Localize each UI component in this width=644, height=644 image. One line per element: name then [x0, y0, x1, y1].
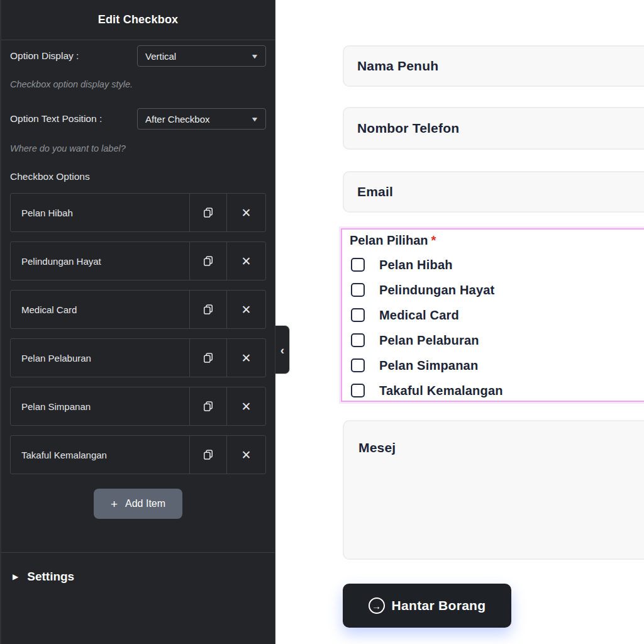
duplicate-icon — [202, 352, 214, 364]
delete-option-button[interactable]: ✕ — [226, 339, 265, 377]
panel-body: Option Display : Vertical ▼ Checkbox opt… — [1, 40, 275, 552]
option-row-medical-card: Medical Card ✕ — [10, 290, 266, 329]
option-display-control: Option Display : Vertical ▼ — [10, 45, 266, 67]
field-label: Email — [357, 184, 393, 199]
checkbox-label: Takaful Kemalangan — [379, 384, 503, 398]
close-icon: ✕ — [242, 351, 252, 365]
checkbox-label: Pelan Pelaburan — [379, 333, 479, 348]
option-text-position-value: After Checkbox — [145, 114, 210, 125]
checkbox[interactable] — [351, 333, 365, 347]
checkbox-row: Medical Card — [350, 303, 644, 328]
delete-option-button[interactable]: ✕ — [226, 194, 265, 231]
panel-title: Edit Checkbox — [98, 13, 179, 26]
checkbox-group-label: Pelan Pilihan* — [350, 233, 644, 248]
duplicate-option-button[interactable] — [189, 339, 226, 377]
panel-header: Edit Checkbox — [1, 0, 275, 40]
checkbox[interactable] — [351, 258, 365, 272]
chevron-down-icon: ▼ — [250, 116, 259, 123]
checkbox-row: Pelan Pelaburan — [350, 328, 644, 353]
checkbox-row: Pelan Hibah — [350, 252, 644, 277]
checkbox[interactable] — [351, 384, 365, 397]
checkbox[interactable] — [351, 283, 365, 297]
close-icon: ✕ — [242, 254, 252, 269]
checkbox[interactable] — [351, 308, 365, 322]
option-display-select[interactable]: Vertical ▼ — [137, 45, 266, 67]
option-text-input[interactable]: Pelan Simpanan — [11, 387, 189, 425]
checkbox-label: Pelan Simpanan — [379, 358, 478, 373]
delete-option-button[interactable]: ✕ — [226, 291, 265, 328]
duplicate-icon — [202, 448, 214, 461]
checkbox-group-widget-selected[interactable]: Pelan Pilihan* Pelan Hibah Pelindungan H… — [341, 228, 644, 402]
add-item-button[interactable]: + Add Item — [94, 489, 182, 519]
checkbox-label: Medical Card — [379, 308, 459, 323]
option-text-position-select[interactable]: After Checkbox ▼ — [137, 108, 266, 130]
duplicate-option-button[interactable] — [189, 387, 226, 425]
checkbox-row: Takaful Kemalangan — [350, 378, 644, 403]
close-icon: ✕ — [242, 448, 252, 462]
text-field-nombor-telefon[interactable]: Nombor Telefon — [343, 107, 644, 150]
chevron-right-icon: ▶ — [13, 572, 18, 581]
field-label: Nombor Telefon — [357, 121, 459, 136]
checkbox-row: Pelan Simpanan — [350, 353, 644, 378]
option-text-input[interactable]: Medical Card — [11, 291, 189, 328]
text-field-nama-penuh[interactable]: Nama Penuh — [343, 45, 644, 87]
arrow-right-glyph: → — [372, 601, 381, 611]
chevron-down-icon: ▼ — [250, 53, 259, 60]
duplicate-option-button[interactable] — [189, 194, 226, 231]
required-asterisk: * — [431, 233, 436, 247]
option-row-pelan-hibah: Pelan Hibah ✕ — [10, 193, 266, 232]
option-text-position-help: Where do you want to label? — [10, 143, 266, 153]
checkbox-label: Pelindungan Hayat — [379, 283, 494, 297]
field-label: Nama Penuh — [357, 58, 438, 74]
edit-checkbox-panel: Edit Checkbox Option Display : Vertical … — [0, 0, 275, 644]
settings-label: Settings — [27, 570, 74, 584]
option-text-input[interactable]: Takaful Kemalangan — [11, 436, 189, 474]
option-text-position-control: Option Text Position : After Checkbox ▼ — [10, 108, 266, 130]
duplicate-option-button[interactable] — [189, 436, 226, 474]
field-label: Mesej — [358, 440, 396, 455]
form-preview-canvas: Nama Penuh Nombor Telefon Email Pelan Pi… — [275, 0, 644, 644]
message-textarea[interactable]: Mesej — [343, 420, 644, 560]
checkbox-options-list: Pelan Hibah ✕ Pelindungan Hayat — [10, 193, 266, 474]
close-icon: ✕ — [242, 399, 252, 414]
option-row-pelan-pelaburan: Pelan Pelaburan ✕ — [10, 338, 266, 377]
option-display-label: Option Display : — [10, 50, 79, 62]
add-item-label: Add Item — [125, 498, 165, 509]
plus-icon: + — [111, 498, 118, 510]
duplicate-option-button[interactable] — [189, 242, 226, 280]
duplicate-icon — [202, 206, 214, 219]
delete-option-button[interactable]: ✕ — [226, 242, 265, 280]
arrow-right-circle-icon: → — [369, 597, 385, 614]
option-row-pelan-simpanan: Pelan Simpanan ✕ — [10, 387, 266, 426]
checkbox-row: Pelindungan Hayat — [350, 277, 644, 303]
text-field-email[interactable]: Email — [343, 171, 644, 213]
option-row-takaful-kemalangan: Takaful Kemalangan ✕ — [10, 435, 266, 474]
option-text-input[interactable]: Pelindungan Hayat — [11, 242, 189, 280]
checkbox-label: Pelan Hibah — [379, 258, 453, 272]
duplicate-option-button[interactable] — [189, 291, 226, 328]
option-text-position-label: Option Text Position : — [10, 113, 102, 125]
submit-button-label: Hantar Borang — [392, 598, 486, 613]
panel-collapse-handle[interactable]: ‹ — [275, 325, 290, 374]
submit-button[interactable]: → Hantar Borang — [343, 584, 511, 628]
checkbox[interactable] — [351, 358, 365, 372]
close-icon: ✕ — [242, 206, 252, 220]
close-icon: ✕ — [242, 303, 252, 317]
option-row-pelindungan-hayat: Pelindungan Hayat ✕ — [10, 242, 266, 280]
chevron-left-icon: ‹ — [280, 344, 284, 356]
delete-option-button[interactable]: ✕ — [226, 387, 265, 425]
option-text-input[interactable]: Pelan Pelaburan — [11, 339, 189, 377]
duplicate-icon — [202, 303, 214, 316]
checkbox-options-section-label: Checkbox Options — [10, 171, 266, 182]
option-display-value: Vertical — [145, 51, 176, 62]
panel-footer: ▶ Settings — [1, 552, 275, 644]
add-item-wrapper: + Add Item — [10, 489, 266, 519]
option-display-help: Checkbox option display style. — [10, 79, 266, 89]
settings-section-toggle[interactable]: ▶ Settings — [1, 553, 275, 584]
duplicate-icon — [202, 255, 214, 267]
duplicate-icon — [202, 400, 214, 413]
delete-option-button[interactable]: ✕ — [226, 436, 265, 474]
checkbox-group-label-text: Pelan Pilihan — [350, 233, 428, 247]
option-text-input[interactable]: Pelan Hibah — [11, 194, 189, 231]
